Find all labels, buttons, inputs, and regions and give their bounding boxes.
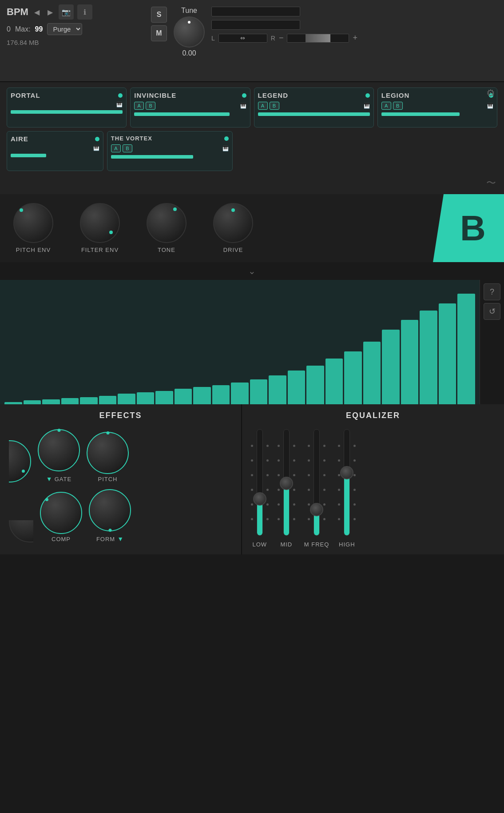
spectrum-bar bbox=[250, 379, 268, 404]
eq-mid-track[interactable] bbox=[283, 429, 290, 536]
instrument-slot-legion[interactable]: LEGION A B 🎹 bbox=[377, 88, 497, 128]
eq-dot bbox=[293, 489, 295, 491]
b-button[interactable]: B bbox=[270, 102, 279, 110]
tone-dot bbox=[173, 207, 177, 211]
a-button[interactable]: A bbox=[381, 102, 391, 110]
form-dot bbox=[108, 529, 111, 532]
pitch-env-label: PITCH ENV bbox=[16, 247, 51, 253]
spectrum-bar bbox=[325, 359, 343, 404]
spectrum-bar bbox=[61, 398, 79, 404]
filter-env-dot bbox=[109, 231, 113, 234]
effects-title: EFFECTS bbox=[9, 411, 232, 420]
gate-group: ▼ GATE bbox=[38, 429, 80, 482]
vol-minus[interactable]: − bbox=[279, 33, 284, 43]
bpm-row: BPM ◀ ▶ 📷 ℹ bbox=[7, 4, 144, 20]
eq-dot bbox=[323, 503, 325, 506]
slot-bar bbox=[11, 110, 123, 114]
eq-high-track[interactable] bbox=[344, 429, 350, 536]
filter-env-knob[interactable] bbox=[80, 203, 120, 243]
bpm-next-arrow[interactable]: ▶ bbox=[45, 7, 55, 17]
equalizer-panel: EQUALIZER bbox=[242, 404, 504, 554]
gear-icon[interactable]: ⚙ bbox=[486, 88, 495, 99]
er-knob[interactable] bbox=[9, 440, 31, 482]
reset-button[interactable]: ↺ bbox=[484, 303, 500, 320]
eq-high-group: HIGH bbox=[338, 429, 356, 548]
spectrum-bar bbox=[4, 402, 22, 404]
instruments-grid-row2: AIRE 🎹 THE VORTEX A B 🎹 bbox=[7, 131, 497, 189]
b-button[interactable]: B bbox=[146, 102, 155, 110]
instrument-slot-invincible[interactable]: INVINCIBLE A B 🎹 bbox=[130, 88, 250, 128]
eq-dot bbox=[353, 489, 356, 491]
empty-slot bbox=[236, 131, 497, 171]
pitch-fx-knob[interactable] bbox=[87, 432, 129, 474]
er-dot bbox=[22, 470, 25, 473]
wave-icon[interactable]: 〜 bbox=[486, 176, 496, 190]
slot-name: AIRE bbox=[11, 135, 28, 143]
drive-knob[interactable] bbox=[213, 203, 253, 243]
b-button[interactable]: B bbox=[393, 102, 403, 110]
bpm-prev-arrow[interactable]: ◀ bbox=[32, 7, 42, 17]
spectrum-bar bbox=[175, 389, 192, 404]
comp-group: COMP bbox=[40, 492, 82, 542]
slot-bar bbox=[258, 112, 370, 116]
s-button[interactable]: S bbox=[151, 7, 167, 23]
b-button[interactable]: B bbox=[123, 144, 132, 152]
slot-ab-row: A B 🎹 bbox=[381, 102, 493, 110]
eq-low-track[interactable] bbox=[257, 429, 263, 536]
eq-dot bbox=[323, 489, 325, 491]
pitch-env-knob[interactable] bbox=[13, 203, 53, 243]
spectrum-section: ? ↺ bbox=[0, 280, 504, 404]
slot-ab-row: 🎹 bbox=[11, 102, 123, 108]
eq-mfreq-track[interactable] bbox=[314, 429, 320, 536]
eq-left-dots bbox=[251, 445, 253, 520]
eq-dot bbox=[323, 518, 325, 520]
camera-icon[interactable]: 📷 bbox=[59, 4, 74, 20]
spectrum-bar bbox=[457, 294, 475, 404]
a-button[interactable]: A bbox=[111, 144, 121, 152]
vol-slider[interactable] bbox=[287, 34, 349, 43]
eq-mfreq-handle[interactable] bbox=[310, 503, 323, 516]
instrument-slot-legend[interactable]: LEGEND A B 🎹 bbox=[254, 88, 374, 128]
pitch-fx-dot bbox=[106, 431, 109, 434]
eq-dot bbox=[338, 503, 340, 506]
tune-knob[interactable] bbox=[174, 16, 205, 48]
a-button[interactable]: A bbox=[134, 102, 144, 110]
eq-dot bbox=[293, 503, 295, 506]
a-button[interactable]: A bbox=[258, 102, 268, 110]
form-label-row: FORM ▼ bbox=[96, 535, 123, 542]
filter-env-label: FILTER ENV bbox=[81, 247, 119, 253]
eq-low-handle[interactable] bbox=[253, 492, 266, 506]
eq-dot bbox=[251, 518, 253, 520]
eq-dot bbox=[353, 445, 356, 447]
effects-row2: COMP FORM ▼ bbox=[9, 489, 232, 542]
instrument-slot-aire[interactable]: AIRE 🎹 bbox=[7, 131, 103, 171]
info-icon[interactable]: ℹ bbox=[77, 4, 92, 20]
m-button[interactable]: M bbox=[151, 25, 167, 41]
form-knob[interactable] bbox=[89, 489, 131, 531]
ay-knob[interactable] bbox=[9, 520, 33, 542]
eq-dot bbox=[278, 503, 280, 506]
midi-icon: 🎹 bbox=[240, 103, 246, 109]
gate-knob[interactable] bbox=[38, 429, 80, 471]
comp-knob[interactable] bbox=[40, 492, 82, 534]
chevron-bar[interactable]: ⌄ bbox=[0, 262, 504, 280]
spectrum-bar bbox=[344, 351, 362, 404]
help-button[interactable]: ? bbox=[484, 283, 500, 300]
eq-dot bbox=[308, 503, 310, 506]
pan-indicator[interactable]: ⇔ bbox=[218, 34, 267, 43]
level-bar-top bbox=[211, 7, 300, 16]
instrument-slot-portal[interactable]: PORTAL 🎹 bbox=[7, 88, 127, 128]
eq-high-handle[interactable] bbox=[340, 466, 353, 479]
bpm-label: BPM bbox=[7, 6, 28, 18]
eq-dot bbox=[353, 474, 356, 476]
slot-ab-row: A B 🎹 bbox=[134, 102, 246, 110]
tone-knob[interactable] bbox=[147, 203, 187, 243]
purge-select[interactable]: Purge bbox=[47, 23, 82, 35]
eq-mid-handle[interactable] bbox=[280, 477, 293, 490]
chevron-down-icon: ⌄ bbox=[248, 266, 256, 276]
midi-controls-row: 0 Max: 99 Purge bbox=[7, 23, 144, 35]
level-bar-bottom bbox=[211, 20, 300, 30]
eq-dot bbox=[308, 445, 310, 447]
instrument-slot-vortex[interactable]: THE VORTEX A B 🎹 bbox=[107, 131, 233, 171]
vol-plus[interactable]: + bbox=[353, 33, 357, 43]
